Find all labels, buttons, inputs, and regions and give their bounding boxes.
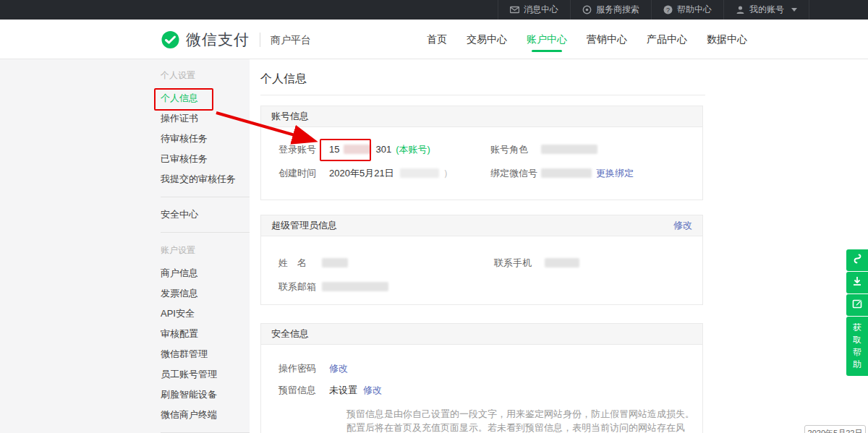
my-account-label: 我的账号 [749,4,784,16]
title-divider [260,95,705,95]
reserved-info-notes: 预留信息是由你自己设置的一段文字，用来鉴定网站身份，防止假冒网站造成损失。 配置… [346,407,702,433]
security-info-card: 安全信息 操作密码 修改 预留信息 未设置 修改 预留信息是由你自己设置的一段文… [260,323,703,433]
created-time-value: 2020年5月21日） [329,167,453,180]
feedback-icon [851,298,863,312]
reserved-info-label: 预留信息 [278,384,329,397]
provider-search-menu[interactable]: 服务商搜索 [570,0,651,20]
search-icon [582,5,592,14]
nav-marketing-center[interactable]: 营销中心 [587,20,627,59]
hotline-button[interactable] [846,249,868,271]
redacted-created-time [400,168,439,178]
help-icon: ? [663,5,673,14]
sidebar-item-security-center[interactable]: 安全中心 [161,205,250,225]
admin-email-label: 联系邮箱 [278,280,322,293]
redacted-admin-email [322,282,388,291]
message-center-label: 消息中心 [524,4,558,16]
account-info-card: 账号信息 登录账号 15301 (本账号) 账号角色 [260,106,703,200]
help-center-label: 帮助中心 [677,4,712,16]
sidebar-item-my-submitted-tasks[interactable]: 我提交的审核任务 [161,169,250,189]
admin-info-title: 超级管理员信息 [271,215,337,236]
hotline-icon [851,253,863,267]
note-line: 预留信息是由你自己设置的一段文字，用来鉴定网站身份，防止假冒网站造成损失。 [346,407,702,421]
bound-wechat-label: 绑定微信号 [490,167,541,180]
sidebar-item-wechat-group-mgmt[interactable]: 微信群管理 [161,344,250,364]
sidebar-item-operation-certificate[interactable]: 操作证书 [161,108,250,129]
svg-text:?: ? [666,7,670,14]
current-account-note: (本账号) [396,143,430,156]
brand-name: 微信支付 [186,30,250,50]
admin-name-label: 姓 名 [278,257,322,270]
redacted-role-value [541,145,597,154]
chevron-down-icon [791,8,797,12]
admin-edit-link[interactable]: 修改 [673,215,692,236]
brand-subtitle: 商户平台 [260,33,311,47]
page: 消息中心 服务商搜索 ? 帮助中心 我的账号 [0,0,868,433]
my-account-menu[interactable]: 我的账号 [723,0,809,20]
note-line: 配置后将在首页及充值页面显示。若未看到预留信息，表明当前访问的网站存在风险，请终… [346,421,702,433]
redacted-admin-name [322,258,348,267]
account-info-title: 账号信息 [271,106,309,127]
download-icon [851,275,863,290]
floating-help-bar: 获取帮助 [846,249,868,376]
account-role-value [541,145,597,154]
nav-product-center[interactable]: 产品中心 [647,20,687,59]
user-icon [736,5,745,14]
sidebar-group-account-settings: 账户设置 [161,240,250,260]
get-help-label: 获取帮助 [852,322,862,371]
date-tooltip: 2020年5月22日 [804,425,866,433]
sidebar-item-api-security[interactable]: API安全 [161,304,250,324]
account-info-header: 账号信息 [261,106,702,127]
redacted-login-middle [344,145,371,154]
primary-nav: 首页 交易中心 账户中心 营销中心 产品中心 数据中心 [427,20,747,59]
page-title: 个人信息 [260,72,307,87]
wechat-pay-logo-icon [161,30,180,50]
redacted-wechat-id [541,168,592,178]
sidebar-item-pending-review-tasks[interactable]: 待审核任务 [161,129,250,149]
sidebar-item-personal-info[interactable]: 个人信息 [161,88,250,108]
help-center-menu[interactable]: ? 帮助中心 [651,0,723,20]
admin-phone-label: 联系手机 [494,257,545,270]
provider-search-label: 服务商搜索 [596,4,639,16]
nav-data-center[interactable]: 数据中心 [707,20,747,59]
redacted-admin-phone [545,258,579,267]
created-time-label: 创建时间 [278,167,329,180]
login-account-label: 登录账号 [278,143,329,156]
sidebar-item-face-device[interactable]: 刷脸智能设备 [161,385,250,405]
nav-transaction-center[interactable]: 交易中心 [467,20,507,59]
sidebar-item-merchant-info[interactable]: 商户信息 [161,263,250,283]
login-account-value: 15301 (本账号) [329,143,430,156]
operation-password-label: 操作密码 [278,362,329,375]
download-button[interactable] [846,272,868,293]
reserved-info-value: 未设置 [329,384,357,397]
account-role-label: 账号角色 [490,143,541,156]
operation-password-edit-link[interactable]: 修改 [329,362,348,375]
admin-info-card: 超级管理员信息 修改 姓 名 联系手机 联系邮箱 [260,215,703,305]
brand[interactable]: 微信支付 商户平台 [161,30,311,50]
admin-info-header: 超级管理员信息 修改 [261,215,702,236]
sidebar-item-invoice-info[interactable]: 发票信息 [161,283,250,304]
security-info-header: 安全信息 [261,324,702,345]
sidebar-item-reviewed-tasks[interactable]: 已审核任务 [161,149,250,169]
sidebar-item-merchant-terminal[interactable]: 微信商户终端 [161,405,250,425]
sidebar-group-personal-settings: 个人设置 [161,65,250,85]
top-utility-bar: 消息中心 服务商搜索 ? 帮助中心 我的账号 [0,0,868,20]
reserved-info-edit-link[interactable]: 修改 [363,384,382,397]
feedback-button[interactable] [846,294,868,316]
security-info-title: 安全信息 [271,324,309,344]
sidebar-item-review-config[interactable]: 审核配置 [161,324,250,344]
sidebar-divider [161,197,250,197]
sidebar-item-staff-account-mgmt[interactable]: 员工账号管理 [161,364,250,385]
message-center-menu[interactable]: 消息中心 [498,0,570,20]
nav-home[interactable]: 首页 [427,20,447,59]
sidebar: 个人设置 个人信息 操作证书 待审核任务 已审核任务 我提交的审核任务 安全中心… [161,65,250,433]
mail-icon [510,5,519,14]
nav-account-center[interactable]: 账户中心 [527,20,567,59]
main-header: 微信支付 商户平台 首页 交易中心 账户中心 营销中心 产品中心 数据中心 [0,20,868,59]
get-help-button[interactable]: 获取帮助 [846,317,868,376]
change-binding-link[interactable]: 更换绑定 [596,167,634,180]
sidebar-divider [161,232,250,233]
bound-wechat-value: 更换绑定 [541,167,634,180]
